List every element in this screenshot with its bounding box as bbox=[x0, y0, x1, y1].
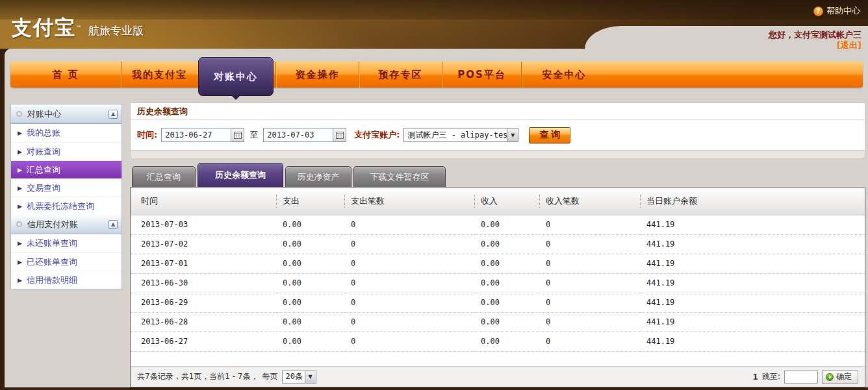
main-nav: 首 页 我的支付宝 资金操作 预存专区 POS平台 安全中心 bbox=[10, 62, 863, 88]
sidebar-item-transaction-query[interactable]: ▶ 交易查询 bbox=[11, 178, 121, 197]
cell-income: 0.00 bbox=[474, 293, 539, 312]
sidebar-item-label: 对账查询 bbox=[27, 146, 60, 158]
logout-link[interactable]: [退出] bbox=[602, 40, 862, 51]
table-header-row: 时间 支出 支出笔数 收入 收入笔数 当日账户余额 bbox=[131, 188, 865, 215]
nav-item-reconciliation-active[interactable]: 对账中心 bbox=[198, 57, 274, 96]
cell-expense: 0.00 bbox=[276, 273, 344, 293]
sidebar-item-label: 已还账单查询 bbox=[27, 256, 77, 268]
balance-table: 时间 支出 支出笔数 收入 收入笔数 当日账户余额 2013-07-030.00… bbox=[131, 188, 865, 352]
table-row: 2013-06-270.0000.000441.19 bbox=[131, 332, 865, 351]
tab-history-balance-query[interactable]: 历史余额查询 bbox=[198, 163, 283, 187]
ring-icon bbox=[16, 221, 22, 227]
logo-text: 支付宝 bbox=[12, 14, 76, 42]
time-label: 时间: bbox=[137, 129, 157, 141]
table-row: 2013-07-020.0000.000441.19 bbox=[131, 234, 865, 254]
right-arrow-icon: ▶ bbox=[18, 185, 22, 191]
greeting-block: 您好，支付宝测试帐户三 [退出] bbox=[602, 30, 862, 51]
search-button[interactable]: 查 询 bbox=[529, 127, 570, 143]
chevron-down-icon[interactable]: ▼ bbox=[305, 371, 316, 383]
cell-balance: 441.19 bbox=[640, 254, 865, 273]
date-from-input[interactable] bbox=[161, 128, 231, 142]
tab-download-staging[interactable]: 下载文件暂存区 bbox=[353, 166, 446, 187]
content-panel: 首 页 我的支付宝 资金操作 预存专区 POS平台 安全中心 对账中心 对账中心… bbox=[5, 49, 868, 387]
sidebar-item-paid-bill-query[interactable]: ▶ 已还账单查询 bbox=[11, 252, 121, 271]
cell-balance: 441.19 bbox=[640, 312, 865, 332]
nav-item-home[interactable]: 首 页 bbox=[10, 62, 121, 88]
cell-expense-count: 0 bbox=[344, 254, 474, 273]
alipay-logo: 支付宝 ™ 航旅专业版 bbox=[12, 14, 144, 42]
date-to-input[interactable] bbox=[263, 128, 333, 142]
chevron-down-icon[interactable]: ▼ bbox=[507, 128, 518, 141]
sidebar-item-label: 机票委托冻结查询 bbox=[27, 201, 94, 212]
cell-income: 0.00 bbox=[474, 332, 539, 351]
ring-icon bbox=[16, 111, 22, 117]
sidebar-item-unpaid-bill-query[interactable]: ▶ 未还账单查询 bbox=[11, 234, 121, 252]
collapse-up-icon[interactable]: ▲ bbox=[108, 220, 118, 229]
cell-expense-count: 0 bbox=[344, 215, 474, 234]
right-arrow-icon: ▶ bbox=[18, 149, 22, 155]
per-page-label: 每页 bbox=[262, 371, 278, 382]
nav-item-security[interactable]: 安全中心 bbox=[521, 62, 607, 88]
cell-expense: 0.00 bbox=[276, 312, 344, 332]
cell-income: 0.00 bbox=[474, 215, 539, 234]
sidebar-section-credit-pay: 信用支付对账 ▲ bbox=[11, 215, 121, 234]
right-arrow-icon: ▶ bbox=[18, 203, 22, 210]
cell-income: 0.00 bbox=[474, 312, 539, 332]
nav-item-pos[interactable]: POS平台 bbox=[442, 62, 521, 88]
calendar-icon[interactable] bbox=[333, 128, 346, 142]
page-jump-group: 1 跳至: 确定 bbox=[753, 370, 858, 384]
sidebar-section-reconciliation: 对账中心 ▲ bbox=[11, 104, 121, 124]
table-row: 2013-07-030.0000.000441.19 bbox=[131, 215, 865, 234]
table-row: 2013-07-010.0000.000441.19 bbox=[131, 254, 865, 273]
cell-expense-count: 0 bbox=[344, 332, 474, 351]
sidebar-item-reconciliation-query[interactable]: ▶ 对账查询 bbox=[11, 142, 121, 160]
per-page-value: 20条 bbox=[283, 371, 305, 383]
sidebar-item-summary-query[interactable]: ▶ 汇总查询 bbox=[11, 160, 121, 178]
tab-summary-query[interactable]: 汇总查询 bbox=[132, 166, 196, 187]
pagination-summary-group: 共7条记录，共1页，当前1 - 7条， 每页 20条 ▼ bbox=[137, 371, 316, 384]
sidebar-item-label: 我的总账 bbox=[27, 127, 60, 139]
page-title: 历史余额查询 bbox=[131, 103, 865, 120]
table-row: 2013-06-300.0000.000441.19 bbox=[131, 273, 865, 293]
confirm-label: 确定 bbox=[836, 371, 852, 382]
cell-date: 2013-06-28 bbox=[131, 312, 276, 332]
jump-page-input[interactable] bbox=[784, 371, 818, 384]
account-label: 支付宝账户: bbox=[354, 129, 400, 141]
question-circle-icon: ? bbox=[813, 6, 823, 16]
help-center-link[interactable]: ? 帮助中心 bbox=[813, 5, 860, 17]
col-expense-count: 支出笔数 bbox=[344, 188, 474, 215]
sidebar-item-label: 未还账单查询 bbox=[27, 238, 77, 249]
nav-item-funds[interactable]: 资金操作 bbox=[275, 62, 359, 88]
nav-item-prestore[interactable]: 预存专区 bbox=[359, 62, 442, 88]
balance-table-panel: 时间 支出 支出笔数 收入 收入笔数 当日账户余额 2013-07-030.00… bbox=[130, 187, 865, 387]
trademark: ™ bbox=[76, 25, 82, 31]
right-arrow-icon: ▶ bbox=[18, 277, 22, 284]
tab-history-net-assets[interactable]: 历史净资产 bbox=[285, 166, 351, 187]
confirm-button[interactable]: 确定 bbox=[822, 370, 858, 384]
cell-income-count: 0 bbox=[539, 273, 640, 293]
right-arrow-icon: ▶ bbox=[18, 167, 22, 173]
account-select-value: 测试帐户三 - alipay-test03 bbox=[404, 128, 507, 141]
calendar-icon[interactable] bbox=[231, 128, 244, 142]
record-summary: 共7条记录，共1页，当前1 - 7条， bbox=[137, 371, 259, 382]
col-income: 收入 bbox=[474, 188, 539, 215]
sidebar-item-my-ledger[interactable]: ▶ 我的总账 bbox=[11, 124, 121, 142]
cell-balance: 441.19 bbox=[640, 215, 865, 234]
cell-expense-count: 0 bbox=[344, 273, 474, 293]
cell-expense: 0.00 bbox=[276, 215, 344, 234]
filter-row: 时间: 至 支付宝账户: 测试帐户三 - alipay-test03 ▼ 查 询 bbox=[131, 120, 865, 150]
collapse-up-icon[interactable]: ▲ bbox=[108, 110, 118, 119]
nav-item-my-alipay[interactable]: 我的支付宝 bbox=[121, 62, 198, 88]
cell-balance: 441.19 bbox=[640, 273, 865, 293]
sidebar-item-credit-loan-detail[interactable]: ▶ 信用借款明细 bbox=[11, 271, 121, 289]
sidebar-item-ticket-freeze-query[interactable]: ▶ 机票委托冻结查询 bbox=[11, 197, 121, 215]
col-income-count: 收入笔数 bbox=[539, 188, 640, 215]
right-arrow-icon: ▶ bbox=[18, 240, 22, 247]
cell-date: 2013-06-27 bbox=[131, 332, 276, 351]
col-expense: 支出 bbox=[276, 188, 344, 215]
cell-balance: 441.19 bbox=[640, 293, 865, 312]
alipay-account-select[interactable]: 测试帐户三 - alipay-test03 ▼ bbox=[403, 128, 518, 142]
cell-balance: 441.19 bbox=[640, 332, 865, 351]
per-page-select[interactable]: 20条 ▼ bbox=[282, 371, 316, 384]
col-time: 时间 bbox=[131, 188, 276, 215]
